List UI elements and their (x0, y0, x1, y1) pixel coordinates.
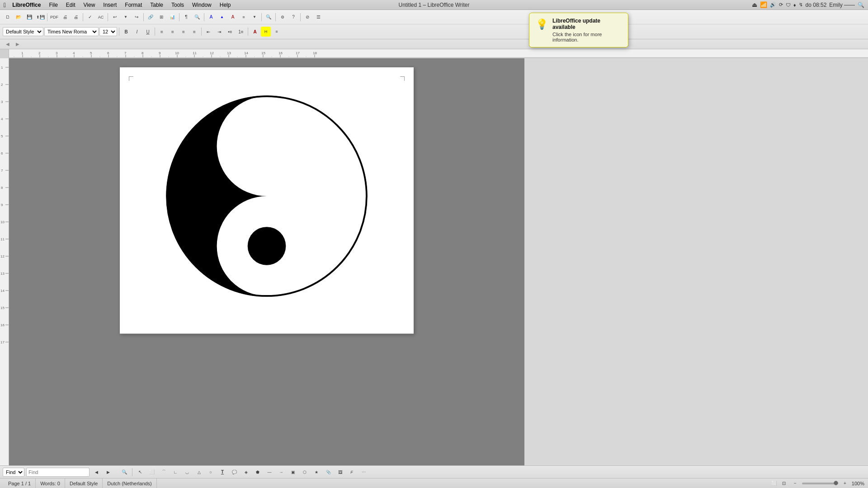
zoom-slider[interactable] (802, 483, 838, 484)
help-btn2[interactable]: ? (288, 12, 298, 22)
find-input[interactable] (26, 468, 90, 477)
outdent-button[interactable]: ⇤ (203, 27, 213, 37)
menu-format[interactable]: Format (121, 1, 146, 9)
view-layout-btn[interactable]: ⊡ (780, 480, 788, 487)
align-left-button[interactable]: ≡ (157, 27, 167, 37)
print-preview-button[interactable]: 🖨 (60, 12, 70, 22)
indent-button[interactable]: ⇥ (214, 27, 224, 37)
italic-button[interactable]: I (132, 27, 142, 37)
bold-button[interactable]: B (121, 27, 131, 37)
font-color-button[interactable]: A (250, 27, 260, 37)
nonprint-button[interactable]: ¶ (181, 12, 191, 22)
draw-callout-btn[interactable]: 💬 (229, 467, 239, 477)
draw-fill-btn[interactable]: ◈ (241, 467, 251, 477)
system-icon-6[interactable]: ♦ (793, 2, 796, 8)
draw-text-btn[interactable]: T (217, 467, 227, 477)
find-button[interactable]: 🔍 (264, 12, 274, 22)
spellcheck-button[interactable]: ✓ (85, 12, 95, 22)
save-button[interactable]: 💾 (24, 12, 34, 22)
draw-3d-btn[interactable]: ⬡ (300, 467, 310, 477)
more-fields-button[interactable]: ≡ (239, 12, 249, 22)
undo-button[interactable]: ↩ (110, 12, 120, 22)
list-num-button[interactable]: 1≡ (236, 27, 246, 37)
redo-button[interactable]: ↪ (132, 12, 142, 22)
extra1-btn[interactable]: ⊘ (302, 12, 312, 22)
notification-title: LibreOffice update available (552, 18, 622, 30)
menu-window[interactable]: Window (189, 1, 215, 9)
draw-arrow-btn[interactable]: → (276, 467, 286, 477)
find-prev-button[interactable]: ◀ (91, 467, 101, 477)
system-icon-4[interactable]: ⟳ (779, 2, 783, 8)
macro-btn[interactable]: ⚙ (278, 12, 288, 22)
zoom-in-btn[interactable]: + (840, 479, 850, 488)
hyperlink-button[interactable]: 🔗 (146, 12, 156, 22)
system-icon-5[interactable]: 🛡 (786, 2, 791, 8)
system-icon-1[interactable]: ⏏ (752, 1, 757, 8)
draw-star-btn[interactable]: ★ (311, 467, 321, 477)
align-right-button[interactable]: ≡ (179, 27, 189, 37)
menu-edit[interactable]: Edit (62, 1, 79, 9)
language: Dutch (Netherlands) (107, 481, 151, 486)
table-button[interactable]: ⊞ (156, 12, 166, 22)
menu-libreoffice[interactable]: LibreOffice (9, 1, 44, 9)
chart-button[interactable]: 📊 (167, 12, 177, 22)
draw-angle-btn[interactable]: ∟ (170, 467, 180, 477)
find-search-button[interactable]: 🔍 (119, 467, 129, 477)
menu-file[interactable]: File (45, 1, 61, 9)
apple-menu[interactable]:  (4, 1, 6, 9)
menu-help[interactable]: Help (216, 1, 235, 9)
draw-line-btn[interactable]: — (264, 467, 274, 477)
align-justify-button[interactable]: ≡ (189, 27, 199, 37)
system-icon-3[interactable]: 🔊 (770, 2, 776, 8)
search-icon[interactable]: 🔍 (858, 2, 864, 8)
zoom-button[interactable]: 🔍 (192, 12, 202, 22)
menu-tools[interactable]: Tools (168, 1, 188, 9)
find-next-button[interactable]: ▶ (103, 467, 113, 477)
print-button[interactable]: 🖨 (71, 12, 81, 22)
system-icon-2[interactable]: 📶 (760, 1, 767, 8)
menu-view[interactable]: View (80, 1, 99, 9)
nav-back-button[interactable]: ◀ (4, 40, 12, 48)
system-icon-7[interactable]: ↯ (799, 2, 803, 8)
draw-cursor-btn[interactable]: ↖ (135, 467, 145, 477)
draw-shadow-btn[interactable]: ▣ (288, 467, 298, 477)
draw-gallery-btn[interactable]: 🖼 (335, 467, 345, 477)
autocorrect-button[interactable]: AC (96, 12, 106, 22)
open-button[interactable]: 📂 (14, 12, 24, 22)
zoom-thumb[interactable] (834, 481, 838, 485)
new-button[interactable]: 🗋 (3, 12, 13, 22)
font-size-select[interactable]: 12 (99, 27, 117, 36)
document-area[interactable] (9, 58, 524, 465)
field-more-btn[interactable]: ▼ (250, 12, 259, 22)
draw-more-btn[interactable]: ⋯ (359, 467, 368, 477)
pdf-button[interactable]: PDF (49, 12, 59, 22)
record-changes-btn[interactable]: ⬜ (770, 480, 778, 487)
more-fmt-button[interactable]: ≡ (272, 27, 282, 37)
menu-table[interactable]: Table (146, 1, 167, 9)
style-select[interactable]: Default Style (3, 27, 43, 36)
draw-arc-btn[interactable]: ◡ (182, 467, 192, 477)
draw-select-btn[interactable]: ⬜ (147, 467, 157, 477)
svg-text:12: 12 (210, 51, 214, 55)
extra2-btn[interactable]: ☰ (313, 12, 323, 22)
color3-button[interactable]: A (228, 12, 238, 22)
menu-insert[interactable]: Insert (99, 1, 120, 9)
align-center-button[interactable]: ≡ (168, 27, 178, 37)
draw-circle-btn[interactable]: ○ (206, 467, 216, 477)
draw-fill2-btn[interactable]: ⬟ (253, 467, 263, 477)
find-dropdown[interactable]: Find (3, 468, 24, 477)
color1-button[interactable]: A (206, 12, 216, 22)
draw-clip-btn[interactable]: 📎 (323, 467, 333, 477)
nav-forward-button[interactable]: ▶ (14, 40, 22, 48)
underline-button[interactable]: U (143, 27, 153, 37)
color2-button[interactable]: ▲ (217, 12, 227, 22)
undo-dropdown[interactable]: ▼ (121, 12, 131, 22)
draw-triangle-btn[interactable]: △ (194, 467, 204, 477)
draw-fontwork-btn[interactable]: F (347, 467, 357, 477)
zoom-out-btn[interactable]: − (790, 479, 800, 488)
font-select[interactable]: Times New Roma (44, 27, 99, 36)
list-bullet-button[interactable]: •≡ (225, 27, 235, 37)
highlight-button[interactable]: H (261, 27, 271, 37)
draw-freeform-btn[interactable]: ⌒ (159, 467, 169, 477)
save-remote-button[interactable]: ⬆💾 (35, 12, 45, 22)
